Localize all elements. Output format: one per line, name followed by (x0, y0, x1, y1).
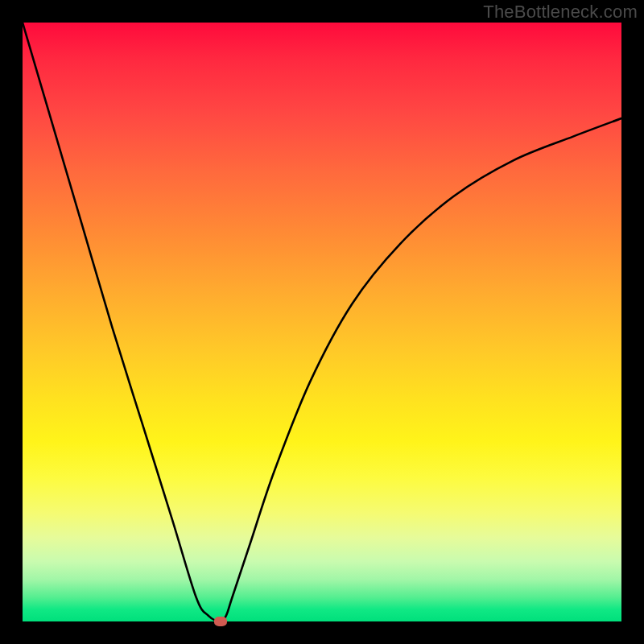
plot-area (23, 23, 621, 621)
watermark-text: TheBottleneck.com (483, 2, 638, 23)
minimum-marker-dot (214, 617, 227, 626)
chart-frame: TheBottleneck.com (0, 0, 644, 644)
bottleneck-curve (23, 23, 621, 621)
